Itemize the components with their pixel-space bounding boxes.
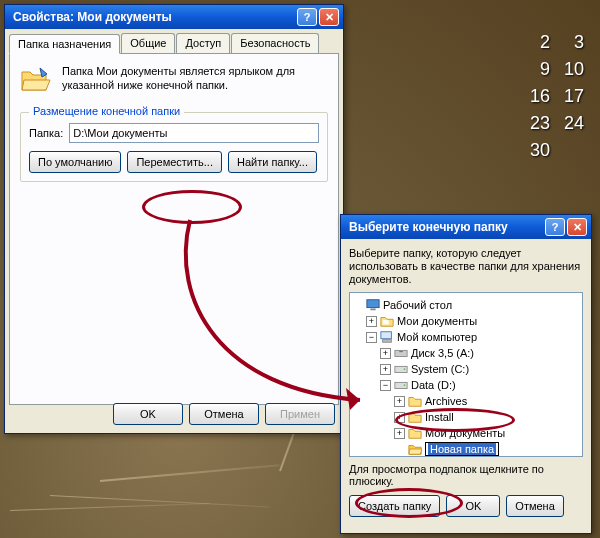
tab-security[interactable]: Безопасность — [231, 33, 319, 53]
description-text: Папка Мои документы является ярлыком для… — [62, 64, 328, 92]
apply-button[interactable]: Примен — [265, 403, 335, 425]
expand-icon[interactable]: + — [380, 364, 391, 375]
expand-icon[interactable]: + — [394, 428, 405, 439]
cancel-button[interactable]: Отмена — [506, 495, 563, 517]
properties-dialog: Свойства: Мои документы ? ✕ Папка назнач… — [4, 4, 344, 434]
window-title: Свойства: Мои документы — [9, 10, 297, 24]
hint-text: Для просмотра подпапок щелкните по плюси… — [349, 463, 583, 487]
expand-icon[interactable]: + — [394, 412, 405, 423]
help-button[interactable]: ? — [545, 218, 565, 236]
dialog-footer: OK Отмена Примен — [113, 403, 335, 425]
tab-sharing[interactable]: Доступ — [176, 33, 230, 53]
spacer — [352, 300, 363, 311]
tree-node-mydocs[interactable]: + Мои документы — [352, 313, 580, 329]
svg-rect-3 — [381, 332, 392, 339]
target-group: Размещение конечной папки Папка: По умол… — [20, 112, 328, 182]
folder-path-input[interactable] — [69, 123, 319, 143]
svg-rect-0 — [367, 300, 379, 308]
tab-target[interactable]: Папка назначения — [9, 34, 120, 54]
svg-rect-4 — [383, 340, 392, 343]
spacer — [394, 444, 405, 455]
svg-rect-1 — [370, 309, 375, 311]
instruction-text: Выберите папку, которую следует использо… — [349, 247, 583, 286]
browse-folder-dialog: Выберите конечную папку ? ✕ Выберите пап… — [340, 214, 592, 534]
svg-point-10 — [404, 384, 406, 386]
cancel-button[interactable]: Отмена — [189, 403, 259, 425]
tab-general[interactable]: Общие — [121, 33, 175, 53]
computer-icon — [380, 330, 394, 344]
drive-icon — [394, 362, 408, 376]
titlebar[interactable]: Свойства: Мои документы ? ✕ — [5, 5, 343, 29]
tree-node-mydocs-d[interactable]: + Мои документы — [352, 425, 580, 441]
move-button[interactable]: Переместить... — [127, 151, 222, 173]
restore-default-button[interactable]: По умолчанию — [29, 151, 121, 173]
close-button[interactable]: ✕ — [319, 8, 339, 26]
floppy-drive-icon — [394, 346, 408, 360]
svg-point-8 — [404, 368, 406, 370]
help-button[interactable]: ? — [297, 8, 317, 26]
ok-button[interactable]: OK — [446, 495, 500, 517]
make-new-folder-button[interactable]: Создать папку — [349, 495, 440, 517]
ok-button[interactable]: OK — [113, 403, 183, 425]
folder-icon — [408, 394, 422, 408]
tree-node-floppy[interactable]: + Диск 3,5 (A:) — [352, 345, 580, 361]
expand-icon[interactable]: + — [380, 348, 391, 359]
desktop-calendar: 23 910 1617 2324 30 — [522, 28, 592, 165]
tree-node-system-c[interactable]: + System (C:) — [352, 361, 580, 377]
expand-icon[interactable]: + — [366, 316, 377, 327]
rename-input[interactable]: Новая папка — [425, 442, 499, 456]
drive-icon — [394, 378, 408, 392]
folder-icon — [408, 426, 422, 440]
tree-node-install[interactable]: + Install — [352, 409, 580, 425]
folder-icon — [380, 314, 394, 328]
window-title: Выберите конечную папку — [345, 220, 545, 234]
titlebar[interactable]: Выберите конечную папку ? ✕ — [341, 215, 591, 239]
folder-tree[interactable]: Рабочий стол + Мои документы − Мой компь… — [349, 292, 583, 457]
tab-panel: Папка Мои документы является ярлыком для… — [9, 53, 339, 405]
group-title: Размещение конечной папки — [29, 105, 184, 117]
svg-rect-6 — [399, 351, 403, 352]
svg-rect-9 — [395, 382, 407, 388]
folder-icon — [408, 410, 422, 424]
svg-rect-7 — [395, 366, 407, 372]
desktop-icon — [366, 298, 380, 312]
close-button[interactable]: ✕ — [567, 218, 587, 236]
collapse-icon[interactable]: − — [380, 380, 391, 391]
expand-icon[interactable]: + — [394, 396, 405, 407]
folder-label: Папка: — [29, 127, 63, 139]
tree-node-data-d[interactable]: − Data (D:) — [352, 377, 580, 393]
collapse-icon[interactable]: − — [366, 332, 377, 343]
tree-node-desktop[interactable]: Рабочий стол — [352, 297, 580, 313]
tab-strip: Папка назначения Общие Доступ Безопаснос… — [5, 29, 343, 53]
svg-rect-2 — [383, 320, 389, 324]
tree-node-newfolder[interactable]: Новая папка — [352, 441, 580, 457]
find-folder-button[interactable]: Найти папку... — [228, 151, 317, 173]
folder-shortcut-icon — [20, 64, 52, 96]
folder-open-icon — [408, 442, 422, 456]
tree-node-mycomputer[interactable]: − Мой компьютер — [352, 329, 580, 345]
tree-node-archives[interactable]: + Archives — [352, 393, 580, 409]
